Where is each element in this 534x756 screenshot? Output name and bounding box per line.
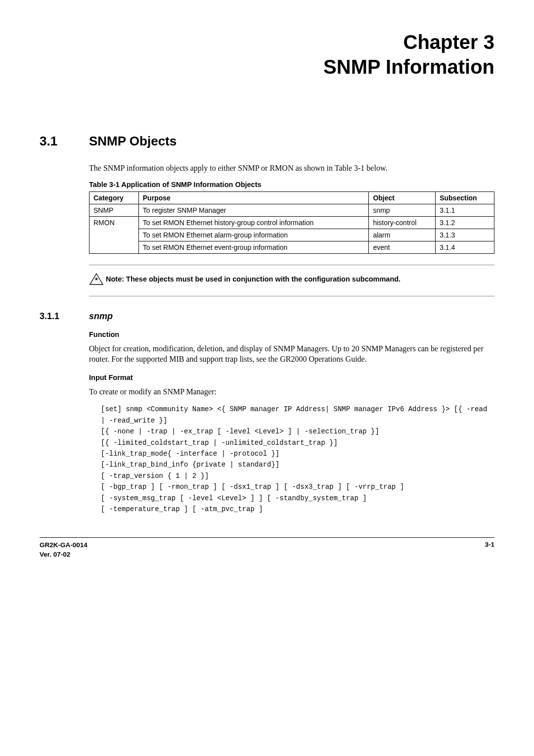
cell-object: history-control: [369, 216, 436, 229]
cell-subsection: 3.1.1: [436, 204, 494, 216]
cell-subsection: 3.1.4: [436, 241, 494, 253]
cell-object: snmp: [369, 204, 436, 216]
cell-purpose: To register SNMP Manager: [138, 204, 369, 216]
note-text: Note: These objects must be used in conj…: [106, 272, 400, 283]
th-purpose: Purpose: [138, 191, 369, 204]
snmp-objects-table: Category Purpose Object Subsection SNMP …: [89, 191, 494, 254]
cell-purpose: To set RMON Ethernet event-group informa…: [138, 241, 369, 253]
subsection-title: snmp: [89, 311, 113, 322]
th-subsection: Subsection: [436, 191, 494, 204]
section-intro: The SNMP information objects apply to ei…: [89, 163, 494, 174]
footer-page: 3-1: [485, 541, 494, 559]
th-category: Category: [89, 191, 139, 204]
cell-subsection: 3.1.2: [436, 216, 494, 229]
table-row: SNMP To register SNMP Manager snmp 3.1.1: [89, 204, 494, 216]
cell-category: RMON: [89, 216, 139, 253]
chapter-title: Chapter 3 SNMP Information: [40, 30, 494, 79]
section-title: SNMP Objects: [89, 134, 177, 149]
th-object: Object: [369, 191, 436, 204]
input-format-heading: Input Format: [89, 374, 494, 381]
page-footer: GR2K-GA-0014 Ver. 07-02 3-1: [40, 537, 494, 559]
input-format-code: [set] snmp <Community Name> <{ SNMP mana…: [101, 404, 494, 515]
note-block: * Note: These objects must be used in co…: [89, 265, 494, 296]
section-number: 3.1: [40, 134, 89, 149]
footer-docnum: GR2K-GA-0014: [40, 541, 88, 549]
section-heading: 3.1 SNMP Objects: [40, 134, 494, 149]
cell-object: event: [369, 241, 436, 253]
cell-subsection: 3.1.3: [436, 229, 494, 241]
table-row: To set RMON Ethernet event-group informa…: [89, 241, 494, 253]
table-row: To set RMON Ethernet alarm-group informa…: [89, 229, 494, 241]
cell-category: SNMP: [89, 204, 139, 216]
cell-object: alarm: [369, 229, 436, 241]
table-caption: Table 3-1 Application of SNMP Informatio…: [89, 181, 494, 189]
table-row: RMON To set RMON Ethernet history-group …: [89, 216, 494, 229]
function-heading: Function: [89, 331, 494, 338]
chapter-line2: SNMP Information: [323, 56, 494, 78]
chapter-line1: Chapter 3: [403, 31, 495, 53]
note-star-icon: *: [89, 272, 106, 286]
subsection-heading: 3.1.1 snmp: [40, 311, 494, 322]
input-format-intro: To create or modify an SNMP Manager:: [89, 386, 494, 397]
subsection-number: 3.1.1: [40, 311, 89, 322]
function-body: Object for creation, modification, delet…: [89, 343, 494, 365]
footer-version: Ver. 07-02: [40, 551, 70, 558]
cell-purpose: To set RMON Ethernet alarm-group informa…: [138, 229, 369, 241]
svg-text:*: *: [95, 276, 98, 284]
cell-purpose: To set RMON Ethernet history-group contr…: [138, 216, 369, 229]
